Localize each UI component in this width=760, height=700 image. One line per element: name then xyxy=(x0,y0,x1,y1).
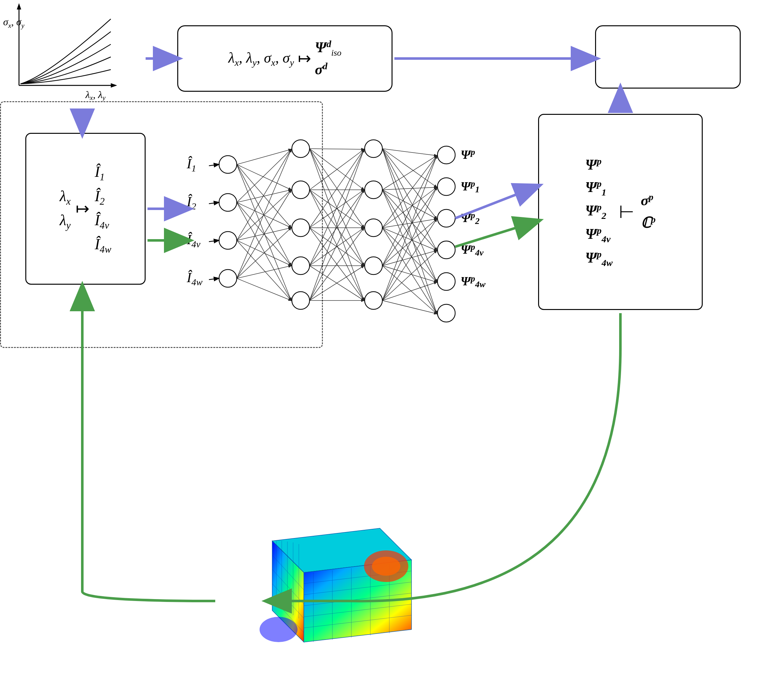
svg-line-101 xyxy=(382,148,437,314)
svg-point-46 xyxy=(437,178,455,195)
svg-line-100 xyxy=(382,148,437,282)
svg-point-29 xyxy=(372,557,400,576)
svg-line-124 xyxy=(382,282,437,300)
mapping-box: λx, λy, σx, σy ↦ Ψdiso σd xyxy=(177,25,392,92)
svg-line-125 xyxy=(382,300,437,314)
svg-line-109 xyxy=(382,187,437,228)
psi-output-content: Ψp Ψp1 Ψp2 Ψp4v Ψp4w ⊢ σp ℂp xyxy=(585,155,656,269)
svg-point-43 xyxy=(365,257,382,275)
svg-line-96 xyxy=(382,148,437,156)
svg-line-123 xyxy=(382,250,437,300)
svg-line-104 xyxy=(382,190,437,219)
svg-line-108 xyxy=(382,156,437,228)
svg-point-47 xyxy=(437,209,455,227)
svg-line-121 xyxy=(382,187,437,300)
svg-line-111 xyxy=(382,228,437,250)
svg-point-45 xyxy=(437,146,455,164)
svg-marker-3 xyxy=(111,83,117,88)
svg-point-42 xyxy=(365,219,382,237)
mapping-formula: λx, λy, σx, σy ↦ Ψdiso σd xyxy=(228,38,341,80)
svg-line-112 xyxy=(382,228,437,282)
svg-marker-2 xyxy=(17,3,21,9)
svg-line-113 xyxy=(382,228,437,314)
svg-line-107 xyxy=(382,190,437,314)
training-data-chart: σx, σy λx, λy xyxy=(0,0,120,101)
psi-output-box: Ψp Ψp1 Ψp2 Ψp4v Ψp4w ⊢ σp ℂp xyxy=(538,114,703,310)
svg-line-106 xyxy=(382,190,437,282)
svg-line-143 xyxy=(455,187,536,218)
svg-text:Ψp1: Ψp1 xyxy=(461,179,480,194)
svg-line-99 xyxy=(382,148,437,250)
diagram-container: σx, σy λx, λy λx, λy, σx, σy ↦ Ψdiso σd xyxy=(0,0,760,700)
svg-text:Ψp4v: Ψp4v xyxy=(461,242,484,258)
svg-point-49 xyxy=(437,273,455,291)
svg-point-40 xyxy=(365,140,382,158)
svg-point-30 xyxy=(260,617,298,642)
lambda-box: λx λy ↦ Î1 Î2 Î4v Î4w xyxy=(25,133,146,285)
svg-line-117 xyxy=(382,250,437,266)
svg-text:Ψp4w: Ψp4w xyxy=(461,273,486,289)
svg-line-144 xyxy=(455,222,536,247)
svg-text:σx, σy: σx, σy xyxy=(3,16,24,30)
lambda-formula: λx λy ↦ Î1 Î2 Î4v Î4w xyxy=(60,161,111,256)
training-loss-box xyxy=(595,25,741,89)
svg-text:λx, λy: λx, λy xyxy=(85,89,105,101)
svg-point-50 xyxy=(437,304,455,322)
svg-line-102 xyxy=(382,156,437,190)
svg-point-48 xyxy=(437,241,455,259)
svg-line-103 xyxy=(382,187,437,190)
svg-line-122 xyxy=(382,219,437,300)
svg-line-120 xyxy=(382,156,437,300)
mapping-box-content: λx, λy, σx, σy ↦ Ψdiso σd xyxy=(228,38,341,80)
svg-text:Ψp2: Ψp2 xyxy=(461,210,480,226)
lambda-box-content: λx λy ↦ Î1 Î2 Î4v Î4w xyxy=(60,161,111,256)
svg-line-98 xyxy=(382,148,437,219)
svg-line-118 xyxy=(382,266,437,282)
svg-point-44 xyxy=(365,292,382,309)
svg-line-97 xyxy=(382,148,437,187)
svg-point-41 xyxy=(365,181,382,198)
svg-line-115 xyxy=(382,187,437,266)
svg-line-105 xyxy=(382,190,437,250)
svg-text:Ψp: Ψp xyxy=(461,147,475,162)
svg-line-110 xyxy=(382,219,437,228)
fem-image xyxy=(215,522,443,674)
svg-line-114 xyxy=(382,156,437,266)
svg-line-116 xyxy=(382,219,437,266)
psi-formula: Ψp Ψp1 Ψp2 Ψp4v Ψp4w ⊢ σp ℂp xyxy=(585,155,656,269)
svg-line-119 xyxy=(382,266,437,314)
